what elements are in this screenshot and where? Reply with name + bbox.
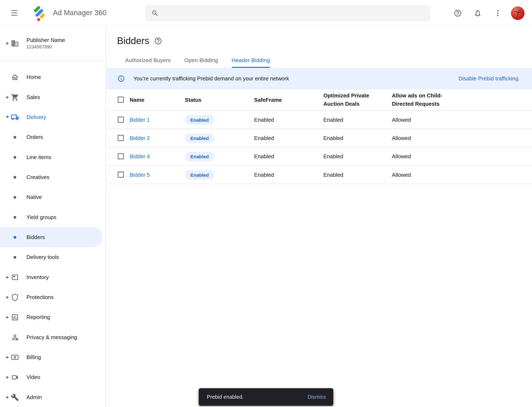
column-header-status: Status bbox=[185, 97, 254, 103]
sidebar-item-billing[interactable]: Billing bbox=[0, 347, 105, 367]
publisher-selector[interactable]: Publisher Name 1234567890 bbox=[0, 26, 105, 61]
publisher-name: Publisher Name bbox=[26, 37, 65, 43]
table-row: Bidder 4 Enabled Enabled Enabled Allowed bbox=[106, 148, 532, 166]
info-icon bbox=[117, 75, 125, 82]
table-row: Bidder 2 Enabled Enabled Enabled Allowed bbox=[106, 129, 532, 148]
person-icon bbox=[11, 333, 19, 341]
sidebar-item-creatives[interactable]: Creatives bbox=[0, 167, 105, 187]
table-row: Bidder 5 Enabled Enabled Enabled Allowed bbox=[106, 166, 532, 184]
row-checkbox[interactable] bbox=[118, 117, 124, 123]
bidder-link[interactable]: Bidder 1 bbox=[130, 117, 150, 123]
sidebar-item-bidders[interactable]: Bidders bbox=[0, 227, 103, 247]
child-directed-value: Allowed bbox=[392, 135, 532, 141]
page-title: Bidders bbox=[117, 36, 149, 46]
account-avatar[interactable] bbox=[511, 6, 524, 20]
chevron-down-icon bbox=[6, 116, 9, 118]
sidebar-item-orders[interactable]: Orders bbox=[0, 127, 105, 147]
safeframe-value: Enabled bbox=[254, 153, 323, 159]
sidebar-item-inventory[interactable]: Inventory bbox=[0, 267, 105, 287]
column-header-name: Name bbox=[130, 97, 185, 103]
safeframe-value: Enabled bbox=[254, 135, 323, 141]
tab-open-bidding[interactable]: Open Bidding bbox=[177, 53, 225, 68]
video-camera-icon bbox=[11, 373, 19, 381]
select-all-checkbox[interactable] bbox=[118, 97, 124, 102]
sidebar-item-protections[interactable]: Protections bbox=[0, 287, 105, 307]
sidebar-item-yield-groups[interactable]: Yield groups bbox=[0, 207, 105, 227]
chevron-right-icon bbox=[6, 356, 8, 358]
status-badge: Enabled bbox=[185, 115, 214, 125]
column-header-private-auction: Optimized Private Auction Deals bbox=[323, 92, 375, 108]
sidebar-item-admin[interactable]: Admin bbox=[0, 387, 105, 407]
bullet-icon bbox=[14, 216, 16, 219]
tab-bar: Authorized Buyers Open Bidding Header Bi… bbox=[119, 53, 532, 68]
status-badge: Enabled bbox=[185, 152, 214, 161]
notifications-bell-icon[interactable] bbox=[471, 6, 484, 20]
column-header-safeframe: SafeFrame bbox=[254, 97, 323, 103]
search-bar[interactable] bbox=[145, 5, 430, 21]
private-auction-value: Enabled bbox=[323, 153, 392, 159]
window-icon bbox=[11, 273, 19, 281]
sidebar-item-delivery[interactable]: Delivery bbox=[0, 107, 105, 127]
safeframe-value: Enabled bbox=[254, 172, 323, 178]
truck-icon bbox=[11, 113, 19, 121]
search-icon bbox=[151, 9, 159, 17]
sidebar-item-video[interactable]: Video bbox=[0, 367, 105, 387]
chevron-right-icon bbox=[6, 296, 8, 298]
child-directed-value: Allowed bbox=[392, 153, 532, 159]
more-options-icon[interactable] bbox=[491, 6, 504, 20]
dismiss-button[interactable]: Dismiss bbox=[302, 391, 331, 403]
ad-manager-logo-icon bbox=[31, 4, 48, 22]
hamburger-menu-icon[interactable] bbox=[6, 5, 22, 21]
chevron-right-icon bbox=[6, 96, 8, 98]
tab-authorized-buyers[interactable]: Authorized Buyers bbox=[119, 53, 177, 68]
top-bar: Ad Manager 360 bbox=[0, 0, 532, 26]
home-icon bbox=[11, 73, 19, 81]
wrench-icon bbox=[11, 393, 19, 401]
toast-message: Prebid enabled. bbox=[207, 394, 302, 400]
shield-icon bbox=[11, 293, 19, 301]
sidebar-item-home[interactable]: Home bbox=[0, 67, 105, 87]
private-auction-value: Enabled bbox=[323, 172, 392, 178]
cart-icon bbox=[11, 93, 19, 101]
bullet-icon bbox=[14, 136, 16, 139]
chevron-right-icon bbox=[6, 276, 8, 278]
page-help-icon[interactable] bbox=[154, 37, 162, 45]
bullet-icon bbox=[14, 156, 16, 158]
sidebar-item-sales[interactable]: Sales bbox=[0, 87, 105, 107]
sidebar-item-line-items[interactable]: Line items bbox=[0, 147, 105, 167]
bidder-link[interactable]: Bidder 5 bbox=[130, 172, 150, 178]
safeframe-value: Enabled bbox=[254, 117, 323, 123]
prebid-info-banner: You’re currently trafficking Prebid dema… bbox=[106, 68, 532, 89]
sidebar-item-delivery-tools[interactable]: Delivery tools bbox=[0, 247, 105, 267]
row-checkbox[interactable] bbox=[118, 153, 124, 159]
status-badge: Enabled bbox=[185, 133, 214, 143]
table-row: Bidder 1 Enabled Enabled Enabled Allowed bbox=[106, 111, 532, 129]
main-content: Bidders Authorized Buyers Open Bidding H… bbox=[106, 26, 532, 407]
sidebar-item-reporting[interactable]: Reporting bbox=[0, 307, 105, 327]
child-directed-value: Allowed bbox=[392, 117, 532, 123]
tab-header-bidding[interactable]: Header Bidding bbox=[225, 53, 277, 68]
publisher-id: 1234567890 bbox=[26, 44, 65, 49]
sidebar-item-privacy-messaging[interactable]: Privacy & messaging bbox=[0, 327, 105, 347]
private-auction-value: Enabled bbox=[323, 135, 392, 141]
sidebar: Publisher Name 1234567890 Home Sales bbox=[0, 26, 106, 407]
column-header-child-directed: Allow ads on Child-Directed Requests bbox=[392, 92, 450, 108]
search-input[interactable] bbox=[163, 10, 425, 16]
bullet-icon bbox=[14, 256, 16, 258]
row-checkbox[interactable] bbox=[118, 171, 124, 177]
bidder-link[interactable]: Bidder 2 bbox=[130, 135, 150, 141]
status-badge: Enabled bbox=[185, 170, 214, 180]
bullet-icon bbox=[14, 236, 16, 239]
banner-message: You’re currently trafficking Prebid dema… bbox=[133, 76, 289, 82]
payment-card-icon bbox=[11, 353, 19, 361]
bullet-icon bbox=[14, 196, 16, 198]
bidder-link[interactable]: Bidder 4 bbox=[130, 153, 150, 159]
sidebar-nav: Home Sales Delivery Orders bbox=[0, 61, 105, 407]
disable-prebid-trafficking-link[interactable]: Disable Prebid trafficking bbox=[459, 76, 518, 82]
topbar-actions bbox=[451, 0, 532, 26]
row-checkbox[interactable] bbox=[118, 135, 124, 141]
sidebar-item-native[interactable]: Native bbox=[0, 187, 105, 207]
chevron-right-icon bbox=[6, 316, 8, 319]
help-icon[interactable] bbox=[451, 6, 464, 20]
private-auction-value: Enabled bbox=[323, 117, 392, 123]
